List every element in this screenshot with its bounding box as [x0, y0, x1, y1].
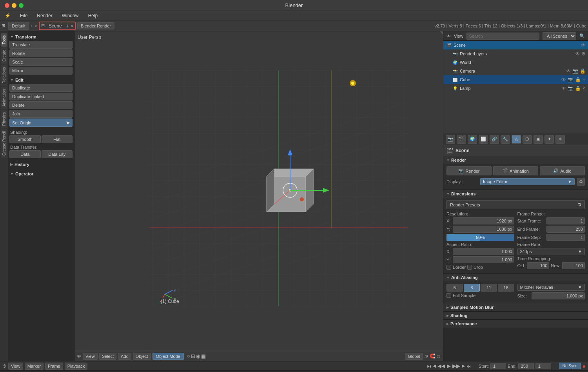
motion-blur-section[interactable]: Sampled Motion Blur [443, 303, 588, 312]
shading-section[interactable]: Shading [443, 312, 588, 320]
display-settings-btn[interactable]: ⚙ [577, 178, 585, 186]
dimensions-header[interactable]: Dimensions [443, 190, 588, 198]
menu-file[interactable]: File [18, 12, 29, 19]
smooth-btn[interactable]: Smooth [9, 135, 41, 143]
res-x-input[interactable]: 1920 px [453, 217, 514, 224]
end-frame-field[interactable]: 250 [518, 363, 534, 369]
scene-tab-label[interactable]: Scene [46, 23, 64, 29]
crop-checkbox[interactable] [467, 265, 472, 270]
outliner-scene-item[interactable]: 🎬 Scene 👁 [443, 41, 588, 49]
timeline-playback-btn[interactable]: Playback [65, 363, 88, 370]
layout-button[interactable]: Default [8, 22, 29, 30]
play-btn[interactable]: ▶ [447, 363, 451, 369]
aa-size-input[interactable]: 1.000 px [532, 292, 585, 299]
outliner-world-item[interactable]: 🌍 World [443, 58, 588, 67]
timeline-marker-btn[interactable]: Marker [25, 363, 44, 370]
lamp-render-icon[interactable]: 📷 [568, 86, 573, 91]
full-sample-checkbox[interactable] [446, 293, 451, 298]
scale-btn[interactable]: Scale [9, 58, 73, 66]
record-btn[interactable]: ● [583, 363, 586, 369]
step-back-btn[interactable]: ◀ [433, 363, 436, 368]
outliner-renderlayers-item[interactable]: 📷 RenderLayers 👁 ⚙ [443, 49, 588, 58]
aa-16-btn[interactable]: 16 [498, 284, 514, 292]
scene-add-btn[interactable]: + [66, 23, 69, 29]
display-dropdown[interactable]: Image Editor ▼ [480, 178, 575, 185]
render-section-header[interactable]: Render [443, 156, 588, 164]
side-tab-animation[interactable]: Animation [1, 87, 7, 109]
renderlayers-eye-icon[interactable]: 👁 [575, 51, 580, 57]
side-tab-tools[interactable]: Tools [1, 33, 7, 47]
start-frame-input[interactable]: 1 [546, 217, 585, 224]
outliner-camera-item[interactable]: 📸 Camera 👁 📷 🔒 [443, 67, 588, 75]
object-btn[interactable]: Object [133, 353, 151, 360]
cube-lock-icon[interactable]: 🔒 [575, 77, 581, 82]
render-tab-audio[interactable]: 🔊 Audio [540, 166, 585, 175]
play-forward-btn[interactable]: ▶▶ [452, 363, 460, 369]
outliner-dropdown[interactable]: All Scenes [543, 32, 576, 40]
outliner-search[interactable] [466, 33, 539, 40]
play-back-btn[interactable]: ◀◀ [437, 363, 445, 369]
props-render-icon-btn[interactable]: 📷 [446, 135, 455, 144]
render-tab-animation[interactable]: 🎬 Animation [493, 166, 538, 175]
old-value[interactable]: 100 [527, 262, 550, 269]
side-tab-create[interactable]: Create [1, 47, 7, 64]
texture-icon[interactable]: ▣ [201, 353, 206, 359]
translate-btn[interactable]: Translate [9, 41, 73, 49]
solid-icon[interactable]: ◉ [196, 353, 200, 359]
side-tab-greasepencil[interactable]: Grease Pencil [1, 129, 7, 158]
outliner-filter-icon[interactable]: 🔍 [579, 33, 585, 38]
aa-header[interactable]: Anti-Aliasing [443, 274, 588, 281]
props-texture-icon-btn[interactable]: ▣ [534, 135, 543, 144]
proportional-btn[interactable]: ◎ [437, 354, 441, 359]
timeline-frame-btn[interactable]: Frame [45, 363, 63, 370]
flat-btn[interactable]: Flat [42, 135, 73, 143]
remove-layout-btn[interactable]: × [34, 24, 37, 28]
menu-window[interactable]: Window [60, 12, 80, 19]
props-constraint-icon-btn[interactable]: 🔗 [490, 135, 499, 144]
engine-button[interactable]: Blender Render [77, 22, 114, 29]
join-btn[interactable]: Join [9, 110, 73, 118]
cube-render-icon[interactable]: 📷 [568, 77, 573, 82]
mode-select[interactable]: Object Mode [152, 353, 184, 360]
minimize-button[interactable] [12, 3, 16, 8]
side-tab-physics[interactable]: Physics [1, 110, 7, 128]
menu-render[interactable]: Render [35, 12, 54, 19]
props-modifier-icon-btn[interactable]: 🔧 [501, 135, 510, 144]
view-btn[interactable]: View [83, 353, 98, 360]
renderlayers-extra-icon[interactable]: ⚙ [581, 51, 586, 57]
add-btn[interactable]: Add [118, 353, 131, 360]
start-frame-field[interactable]: 1 [490, 363, 506, 369]
props-object-icon-btn[interactable]: ⬜ [479, 135, 488, 144]
current-frame-field[interactable]: 1 [535, 363, 551, 369]
performance-section[interactable]: Performance [443, 320, 588, 328]
res-y-input[interactable]: 1080 px [453, 226, 514, 233]
frame-rate-dropdown[interactable]: 24 fps ▼ [517, 248, 585, 255]
outliner-title[interactable]: View [454, 34, 463, 38]
props-particles-icon-btn[interactable]: ✦ [544, 135, 554, 144]
menu-blender[interactable]: ⚡ [3, 12, 12, 19]
aspect-y-input[interactable]: 1.000 [453, 256, 514, 263]
render-mode-icon[interactable]: ○ [187, 353, 190, 359]
aa-11-btn[interactable]: 11 [481, 284, 497, 292]
props-scene-icon-btn[interactable]: 🎬 [457, 135, 466, 144]
camera-lock-icon[interactable]: 🔒 [580, 68, 586, 74]
aa-method-dropdown[interactable]: Mitchell-Netravali ▼ [517, 284, 585, 291]
frame-step-input[interactable]: 1 [546, 234, 585, 241]
maximize-button[interactable] [19, 3, 24, 8]
border-checkbox[interactable] [446, 265, 451, 270]
percent-bar[interactable]: 50% [446, 234, 514, 241]
outliner-cube-item[interactable]: ⬜ Cube 👁 📷 🔒 ▽ [443, 75, 588, 84]
cube-visibility-icon[interactable]: 👁 [561, 77, 566, 82]
menu-help[interactable]: Help [86, 12, 99, 19]
delete-btn[interactable]: Delete [9, 101, 73, 109]
new-value[interactable]: 100 [562, 262, 585, 269]
set-origin-btn[interactable]: Set Origin ▶ [9, 119, 73, 127]
aa-8-btn[interactable]: 8 [464, 284, 480, 292]
viewport-corner-handle[interactable] [439, 31, 443, 35]
rotate-btn[interactable]: Rotate [9, 49, 73, 57]
aa-5-btn[interactable]: 5 [446, 284, 463, 292]
wireframe-icon[interactable]: ⊞ [191, 353, 195, 359]
camera-visibility-icon[interactable]: 👁 [566, 68, 571, 74]
side-tab-relations[interactable]: Relations [1, 65, 7, 86]
lamp-lock-icon[interactable]: 🔒 [575, 86, 581, 91]
